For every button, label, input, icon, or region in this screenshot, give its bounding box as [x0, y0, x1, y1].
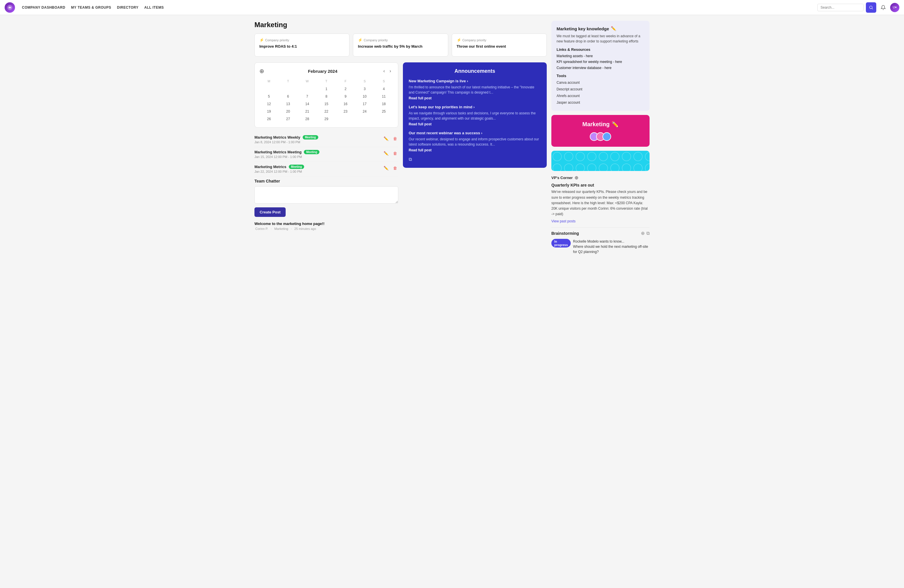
calendar-day[interactable]: 2: [336, 85, 355, 93]
calendar-day[interactable]: 28: [298, 115, 317, 123]
tool-1[interactable]: Canva account: [556, 79, 644, 86]
ann-read-more-2[interactable]: Read full post: [409, 122, 541, 126]
priority-label-3: ⚡ Company priority: [457, 38, 542, 42]
knowledge-link-1[interactable]: Marketing assets - here: [556, 53, 644, 59]
cal-day-header-tue: T: [278, 78, 297, 85]
tool-2[interactable]: Descript account: [556, 86, 644, 93]
calendar-day: [374, 115, 394, 123]
calendar-day: [298, 85, 317, 93]
ann-item-title-2[interactable]: Let's keep our top priorities in mind ›: [409, 105, 541, 109]
tool-4[interactable]: Jasper account: [556, 100, 644, 106]
calendar-day[interactable]: 11: [374, 93, 394, 100]
event-name-1: Marketing Metrics Weekly: [254, 135, 300, 139]
left-column: Marketing ⚡ Company priority Improve ROA…: [254, 21, 552, 256]
priority-cards-row: ⚡ Company priority Improve ROAS to 4:1 ⚡…: [254, 33, 547, 57]
calendar-day[interactable]: 3: [355, 85, 374, 93]
event-delete-3[interactable]: 🗑: [392, 164, 398, 172]
priority-card-1[interactable]: ⚡ Company priority Improve ROAS to 4:1: [254, 33, 349, 57]
calendar-day[interactable]: 8: [317, 93, 336, 100]
search-input[interactable]: [817, 4, 864, 11]
event-info-3: Marketing Metrics Meeting Jan 22, 2024 1…: [254, 164, 382, 173]
tool-3[interactable]: Ahrefs account: [556, 93, 644, 100]
ann-item-title-3[interactable]: Our most recent webinar was a success ›: [409, 131, 541, 135]
calendar-day[interactable]: 24: [355, 108, 374, 115]
marketing-banner-edit-icon[interactable]: ✏️: [612, 121, 619, 128]
calendar-next-button[interactable]: ›: [387, 67, 394, 75]
calendar-day[interactable]: 17: [355, 100, 374, 108]
nav-my-teams[interactable]: MY TEAMS & GROUPS: [71, 5, 111, 9]
notifications-bell[interactable]: [879, 3, 888, 12]
ann-item-title-1[interactable]: New Marketing Campaign is live ›: [409, 79, 541, 83]
calendar-day[interactable]: 23: [336, 108, 355, 115]
brainstorm-add-button[interactable]: ⊕: [641, 231, 645, 236]
tools-list: Canva account Descript account Ahrefs ac…: [556, 79, 644, 106]
priority-label-2: ⚡ Company priority: [358, 38, 443, 42]
calendar-day[interactable]: 26: [259, 115, 278, 123]
calendar-day[interactable]: 7: [298, 93, 317, 100]
calendar-day[interactable]: 29: [317, 115, 336, 123]
calendar-add-icon[interactable]: ⊕: [259, 68, 264, 74]
priority-card-3[interactable]: ⚡ Company priority Throw our first onlin…: [452, 33, 547, 57]
calendar-day[interactable]: 15: [317, 100, 336, 108]
event-title-3: Marketing Metrics Meeting: [254, 164, 382, 169]
post-item: Welcome to the marketing home page!! Cor…: [254, 221, 398, 231]
nav-company-dashboard[interactable]: COMPANY DASHBOARD: [22, 5, 65, 9]
marketing-banner[interactable]: Marketing ✏️: [552, 115, 650, 147]
vps-view-more-link[interactable]: View past posts: [552, 219, 650, 223]
calendar-day[interactable]: 14: [298, 100, 317, 108]
calendar-day[interactable]: 25: [374, 108, 394, 115]
event-time-2: Jan 15, 2024 12:00 PM - 1:00 PM: [254, 155, 382, 158]
calendar-day[interactable]: 21: [298, 108, 317, 115]
calendar-day[interactable]: 9: [336, 93, 355, 100]
calendar-day[interactable]: 4: [374, 85, 394, 93]
calendar-day[interactable]: 20: [278, 108, 297, 115]
calendar-day[interactable]: 18: [374, 100, 394, 108]
calendar-day: [355, 115, 374, 123]
event-edit-2[interactable]: ✏️: [382, 150, 390, 157]
main-content: Marketing ⚡ Company priority Improve ROA…: [250, 15, 654, 262]
calendar-day[interactable]: 10: [355, 93, 374, 100]
vps-corner-add-icon[interactable]: ⊕: [574, 175, 578, 180]
nav-directory[interactable]: DIRECTORY: [117, 5, 139, 9]
ann-read-more-3[interactable]: Read full post: [409, 148, 541, 152]
search-button[interactable]: [866, 2, 876, 13]
event-title-2: Marketing Metrics Meeting Meeting: [254, 150, 382, 154]
calendar-events-column: ⊕ February 2024 ‹ › M T W T F: [254, 62, 398, 231]
vps-corner-section: VP's Corner ⊕ Quarterly KPIs are out We'…: [552, 175, 650, 223]
event-item-2: Marketing Metrics Meeting Meeting Jan 15…: [254, 147, 398, 162]
calendar-day[interactable]: 22: [317, 108, 336, 115]
brainstorm-question: Where should we hold the next marketing …: [573, 244, 650, 254]
knowledge-description: We must be tagged at least two weeks in …: [556, 33, 644, 44]
event-delete-2[interactable]: 🗑: [392, 150, 398, 157]
calendar-day[interactable]: 1: [317, 85, 336, 93]
knowledge-edit-icon[interactable]: ✏️: [611, 26, 616, 31]
calendar-day[interactable]: 19: [259, 108, 278, 115]
cal-day-header-thu: T: [317, 78, 336, 85]
calendar-day[interactable]: 16: [336, 100, 355, 108]
announcements-card: Announcements New Marketing Campaign is …: [403, 62, 547, 168]
announcements-title: Announcements: [409, 68, 541, 74]
calendar-day[interactable]: 13: [278, 100, 297, 108]
calendar-day[interactable]: 27: [278, 115, 297, 123]
event-delete-1[interactable]: 🗑: [392, 135, 398, 142]
calendar-day[interactable]: 6: [278, 93, 297, 100]
chatter-input[interactable]: [254, 186, 398, 204]
event-edit-1[interactable]: ✏️: [382, 135, 390, 142]
knowledge-link-3[interactable]: Customer interview database - here: [556, 65, 644, 71]
calendar-prev-button[interactable]: ‹: [381, 67, 387, 75]
app-logo[interactable]: [5, 2, 15, 13]
user-avatar[interactable]: U▾: [890, 3, 899, 12]
knowledge-link-2[interactable]: KPI spreadsheet for weekly meeting - her…: [556, 59, 644, 65]
brainstorm-external-link-button[interactable]: ⧉: [646, 231, 650, 236]
brainstorming-header: Brainstorming ⊕ ⧉: [552, 231, 650, 236]
nav-all-items[interactable]: ALL ITEMS: [144, 5, 164, 9]
priority-card-2[interactable]: ⚡ Company priority Increase web traffic …: [353, 33, 448, 57]
ann-read-more-1[interactable]: Read full post: [409, 96, 541, 100]
calendar-day[interactable]: 5: [259, 93, 278, 100]
ann-item-text-2: As we navigate through various tasks and…: [409, 111, 541, 121]
announcements-external-link[interactable]: ⧉: [409, 157, 412, 162]
calendar-day[interactable]: 12: [259, 100, 278, 108]
post-dot-1: ·: [271, 227, 273, 231]
create-post-button[interactable]: Create Post: [254, 207, 286, 217]
event-edit-3[interactable]: ✏️: [382, 164, 390, 172]
